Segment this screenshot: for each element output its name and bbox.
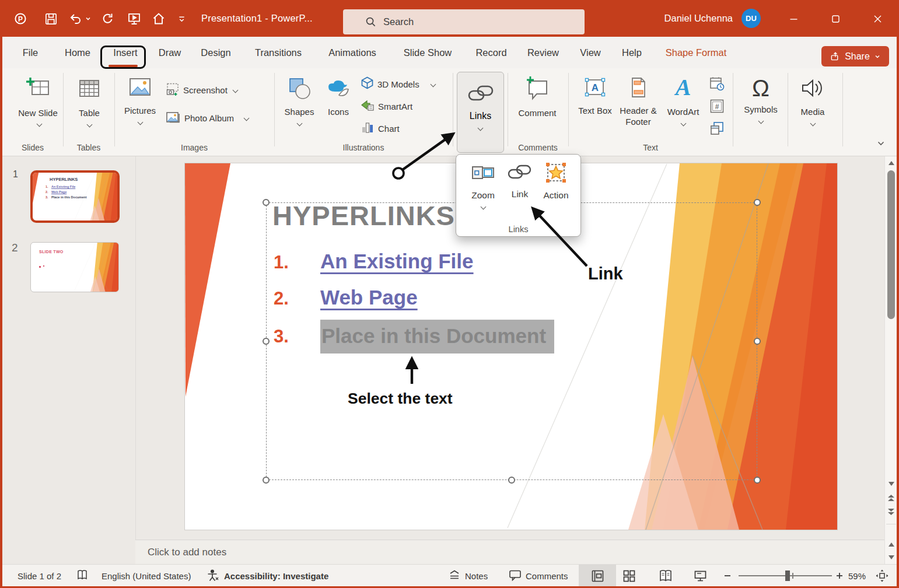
home-icon[interactable] — [151, 11, 166, 26]
minimize-button[interactable] — [780, 8, 807, 29]
selection-handle-bottom-left[interactable] — [263, 477, 270, 484]
links-dropdown-menu: Zoom Link Action Links — [456, 154, 581, 237]
table-chevron-icon — [86, 122, 92, 128]
tab-transitions[interactable]: Transitions — [249, 37, 308, 68]
accessibility-icon[interactable] — [207, 565, 219, 587]
selection-handle-top-right[interactable] — [754, 199, 761, 206]
header-footer-label: Header & Footer — [617, 105, 659, 127]
status-bar: Slide 1 of 2 English (United States) Acc… — [2, 564, 897, 586]
selection-handle-bottom-right[interactable] — [754, 477, 761, 484]
group-label-images: Images — [114, 143, 274, 153]
tab-draw[interactable]: Draw — [153, 37, 187, 68]
chart-icon — [361, 121, 375, 136]
3d-models-button[interactable]: 3D Models — [361, 76, 435, 92]
redo-icon[interactable] — [100, 11, 116, 26]
notes-icon — [448, 569, 461, 583]
spellcheck-icon[interactable] — [76, 565, 89, 587]
notes-scroll-down-icon[interactable] — [885, 552, 897, 562]
view-normal-button[interactable] — [579, 565, 616, 587]
tab-help[interactable]: Help — [617, 37, 646, 68]
selection-handle-middle-left[interactable] — [263, 338, 270, 345]
slide2-thumbnail[interactable]: SLIDE TWO — [30, 242, 119, 292]
media-button[interactable]: Media — [793, 75, 832, 125]
scroll-down-icon[interactable] — [885, 478, 897, 489]
text-box-button[interactable]: A Text Box — [578, 75, 613, 116]
accessibility-status[interactable]: Accessibility: Investigate — [224, 565, 328, 587]
object-icon[interactable] — [709, 121, 725, 138]
smartart-button[interactable]: SmartArt — [361, 99, 412, 114]
zoom-slider-thumb[interactable] — [785, 570, 790, 581]
view-slideshow-button[interactable] — [693, 565, 708, 587]
tab-animations[interactable]: Animations — [321, 37, 384, 68]
tab-design[interactable]: Design — [195, 37, 237, 68]
date-time-icon[interactable] — [709, 76, 725, 94]
tab-insert[interactable]: Insert — [106, 37, 145, 68]
table-button[interactable]: Table — [71, 75, 107, 127]
user-name[interactable]: Daniel Uchenna — [664, 0, 733, 37]
icons-button[interactable]: Icons — [322, 75, 355, 117]
pictures-button[interactable]: Pictures — [121, 75, 159, 124]
view-reading-button[interactable] — [658, 565, 673, 587]
share-button[interactable]: Share — [821, 46, 889, 66]
fit-slide-to-window-icon[interactable] — [875, 565, 889, 587]
symbols-button[interactable]: Ω Symbols — [741, 75, 781, 123]
slide-indicator[interactable]: Slide 1 of 2 — [18, 565, 61, 587]
selection-handle-bottom-middle[interactable] — [508, 477, 515, 484]
zoom-in-icon[interactable] — [835, 565, 844, 587]
selection-handle-top-left[interactable] — [263, 199, 270, 206]
tab-view[interactable]: View — [575, 37, 606, 68]
next-slide-icon[interactable] — [885, 506, 897, 517]
omega-icon: Ω — [752, 75, 769, 101]
tab-review[interactable]: Review — [523, 37, 564, 68]
menu-item-link[interactable]: Link — [504, 160, 536, 200]
tab-slide-show[interactable]: Slide Show — [397, 37, 459, 68]
screenshot-button[interactable]: Screenshot — [166, 82, 237, 98]
group-divider — [453, 73, 453, 146]
save-icon[interactable] — [43, 11, 58, 26]
tab-home[interactable]: Home — [58, 37, 97, 68]
language-indicator[interactable]: English (United States) — [102, 565, 191, 587]
shapes-button[interactable]: Shapes — [281, 75, 317, 125]
avatar[interactable]: DU — [741, 9, 761, 28]
tab-file[interactable]: File — [16, 37, 44, 68]
pictures-icon — [127, 75, 153, 102]
menu-item-zoom[interactable]: Zoom — [464, 160, 502, 209]
comments-toggle-label: Comments — [526, 571, 568, 581]
wordart-button[interactable]: A WordArt — [664, 75, 702, 125]
undo-icon[interactable] — [68, 11, 83, 26]
new-slide-button[interactable]: New Slide — [16, 75, 60, 130]
maximize-button[interactable] — [822, 8, 849, 29]
search-input[interactable]: Search — [343, 9, 585, 34]
slide1-thumbnail[interactable]: HYPERLINKS 1. An Existing File 2. Web Pa… — [30, 170, 120, 223]
zoom-out-icon[interactable] — [723, 565, 732, 587]
comments-toggle-button[interactable]: Comments — [509, 565, 568, 587]
textbox-selection-border[interactable] — [266, 202, 757, 480]
close-button[interactable] — [864, 8, 891, 29]
menu-item-action[interactable]: Action — [538, 160, 574, 201]
scrollbar-thumb[interactable] — [887, 170, 895, 319]
chart-button[interactable]: Chart — [361, 121, 400, 136]
undo-dropdown-chevron-icon[interactable] — [85, 11, 92, 26]
header-footer-button[interactable]: Header & Footer — [617, 75, 659, 127]
tab-record[interactable]: Record — [471, 37, 511, 68]
view-slide-sorter-button[interactable] — [622, 565, 636, 587]
quick-access-customize-icon[interactable] — [177, 11, 186, 26]
link-menu-label: Link — [512, 189, 528, 200]
links-menu-group-label: Links — [456, 225, 580, 234]
notes-pane[interactable]: Click to add notes — [135, 540, 884, 564]
tab-shape-format[interactable]: Shape Format — [658, 37, 734, 68]
photo-album-button[interactable]: Photo Album — [166, 110, 249, 126]
notes-scroll-up-icon[interactable] — [885, 539, 897, 550]
comment-button[interactable]: Comment — [516, 75, 559, 118]
previous-slide-icon[interactable] — [885, 492, 897, 503]
svg-text:A: A — [674, 75, 691, 100]
links-button[interactable]: Links — [457, 72, 504, 153]
slide-number-icon[interactable]: # — [709, 99, 725, 116]
collapse-ribbon-chevron-icon[interactable] — [873, 137, 889, 150]
zoom-percentage[interactable]: 59% — [848, 565, 866, 587]
start-slideshow-icon[interactable] — [127, 11, 142, 26]
scroll-up-icon[interactable] — [885, 158, 897, 168]
notes-toggle-button[interactable]: Notes — [448, 565, 488, 587]
selection-handle-middle-right[interactable] — [754, 338, 761, 345]
svg-text:#: # — [715, 103, 719, 111]
